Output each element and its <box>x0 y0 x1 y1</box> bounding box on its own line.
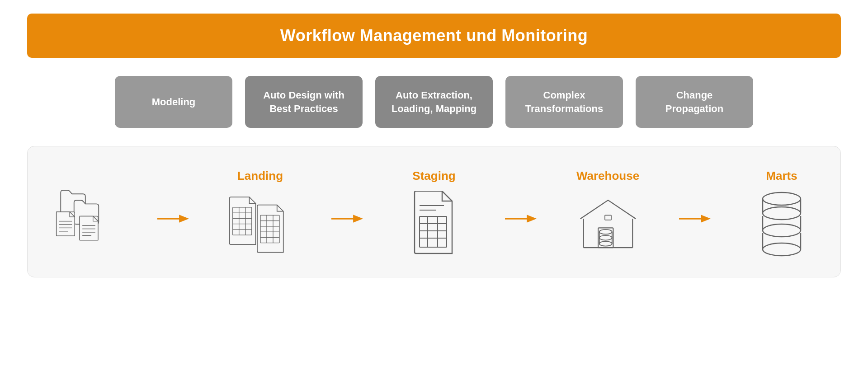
svg-rect-42 <box>605 216 611 220</box>
card-complex-transformations[interactable]: Complex Transformations <box>505 76 623 128</box>
card-modeling-label: Modeling <box>152 95 196 109</box>
flow-label-staging: Staging <box>412 169 455 183</box>
svg-point-50 <box>763 192 801 205</box>
card-change-propagation-label: Change Propagation <box>649 89 740 115</box>
warehouse-icon <box>576 191 640 254</box>
svg-marker-27 <box>353 215 363 223</box>
arrow-1 <box>157 210 189 228</box>
flow-step-staging: Staging <box>402 169 466 254</box>
header-banner: Workflow Management und Monitoring <box>27 14 841 58</box>
landing-icon <box>229 191 292 254</box>
flow-step-warehouse: Warehouse <box>576 169 640 254</box>
svg-marker-49 <box>701 215 711 223</box>
flow-step-source <box>55 180 118 244</box>
header-title: Workflow Management und Monitoring <box>45 26 823 45</box>
card-auto-design[interactable]: Auto Design with Best Practices <box>245 76 363 128</box>
arrow-3 <box>505 210 537 228</box>
svg-point-46 <box>599 242 612 247</box>
flow-label-marts: Marts <box>766 169 797 183</box>
flow-step-landing: Landing <box>229 169 292 254</box>
svg-marker-37 <box>527 215 537 223</box>
marts-icon <box>750 191 813 254</box>
arrow-4 <box>679 210 711 228</box>
arrow-2 <box>331 210 363 228</box>
svg-point-56 <box>763 224 801 237</box>
svg-point-43 <box>599 230 612 234</box>
card-auto-design-label: Auto Design with Best Practices <box>259 89 349 115</box>
card-change-propagation[interactable]: Change Propagation <box>636 76 753 128</box>
flow-label-warehouse: Warehouse <box>576 169 639 183</box>
svg-point-47 <box>599 235 612 240</box>
svg-point-59 <box>763 243 801 256</box>
flow-label-landing: Landing <box>237 169 283 183</box>
staging-icon <box>402 191 466 254</box>
flow-container: Landing <box>27 146 841 277</box>
card-auto-extraction-label: Auto Extraction, Loading, Mapping <box>389 89 479 115</box>
flow-step-marts: Marts <box>750 169 813 254</box>
source-icon <box>55 180 118 244</box>
svg-point-53 <box>763 207 801 220</box>
card-auto-extraction[interactable]: Auto Extraction, Loading, Mapping <box>375 76 493 128</box>
cards-row: Modeling Auto Design with Best Practices… <box>27 76 841 128</box>
card-complex-transformations-label: Complex Transformations <box>519 89 609 115</box>
card-modeling[interactable]: Modeling <box>115 76 232 128</box>
svg-marker-11 <box>179 215 189 223</box>
